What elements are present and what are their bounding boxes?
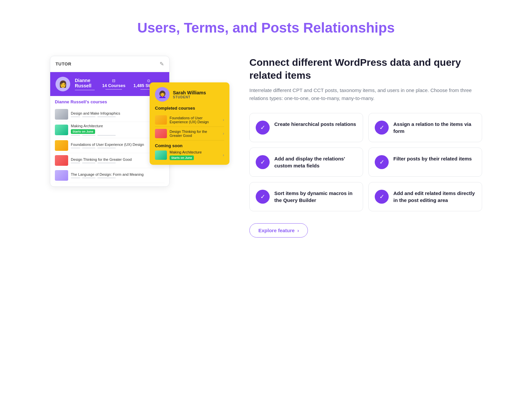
feature-check-icon: ✓: [375, 155, 389, 169]
feature-text: Assign a relation to the items via form: [393, 121, 476, 135]
explore-feature-button[interactable]: Explore feature ›: [249, 223, 308, 238]
meta-bar: [97, 116, 116, 117]
coming-soon-title: Coming soon: [155, 143, 224, 148]
meta-bar: [97, 135, 116, 136]
tutor-user-underline: [75, 90, 95, 90]
course-info: The Language of Design: Form and Meaning: [71, 172, 165, 178]
feature-text: Create hierarchical posts relations: [274, 121, 356, 128]
feature-check-icon: ✓: [256, 155, 270, 169]
completed-list: Foundations of User Experience (UX) Desi…: [155, 113, 224, 141]
student-card-header: 👩‍🦱 Sarah Williams STUDENT: [155, 87, 224, 102]
page-title: Users, Terms, and Posts Relationships: [137, 20, 395, 36]
course-name: The Language of Design: Form and Meaning: [71, 172, 165, 176]
courses-list: Design and Make InfographicsMaking Archi…: [55, 107, 165, 183]
tutor-user-info: Dianne Russell: [75, 78, 97, 90]
feature-text: Sort items by dynamic macros in the Quer…: [274, 190, 357, 204]
chevron-icon: ›: [223, 118, 224, 122]
features-panel: Connect different WordPress data and que…: [249, 56, 482, 238]
course-item: Foundations of User Experience (UX) Desi…: [55, 138, 165, 153]
meta-bar: [97, 162, 116, 163]
coming-chevron-icon: ›: [223, 153, 224, 157]
completed-thumb: [155, 115, 167, 125]
feature-text: Add and display the relations' custom me…: [274, 155, 357, 169]
course-thumb: [55, 170, 68, 181]
meta-bar: [82, 162, 95, 163]
tutor-header: TUTOR ✎: [50, 56, 169, 72]
main-content: TUTOR ✎ 👩 Dianne Russell ⊟ 14 Courses ⊙: [50, 56, 482, 238]
course-item: Design and Make Infographics: [55, 107, 165, 122]
course-item: Design Thinking for the Greater Good: [55, 153, 165, 168]
feature-card: ✓ Add and display the relations' custom …: [249, 148, 363, 177]
meta-bar: [82, 116, 95, 117]
feature-check-icon: ✓: [375, 121, 389, 135]
coming-badge: Starts on June: [170, 155, 194, 160]
meta-bar: [97, 148, 116, 149]
feature-card: ✓ Assign a relation to the items via for…: [368, 113, 482, 142]
tutor-avatar: 👩: [56, 77, 70, 91]
meta-bar: [82, 135, 95, 136]
course-item: Making ArchitectureStarts on June: [55, 122, 165, 138]
meta-bar: [71, 135, 80, 136]
courses-title: Dianne Russell's courses: [55, 99, 165, 104]
tutor-label: TUTOR: [56, 61, 71, 66]
courses-val: 14 Courses: [102, 83, 125, 88]
meta-bar: [71, 116, 80, 117]
chevron-icon: ›: [223, 131, 224, 136]
explore-btn-label: Explore feature: [258, 228, 295, 233]
coming-item: Making Architecture Starts on June ›: [155, 150, 224, 160]
meta-bar: [82, 177, 95, 178]
edit-icon: ✎: [160, 61, 164, 67]
tutor-user-name: Dianne Russell: [75, 78, 97, 88]
feature-check-icon: ✓: [256, 121, 270, 135]
feature-card: ✓ Add and edit related items directly in…: [368, 182, 482, 211]
completed-title: Completed courses: [155, 106, 224, 111]
meta-bar: [71, 148, 80, 149]
completed-course-name: Design Thinking for the Greater Good: [170, 130, 220, 138]
coming-info: Making Architecture Starts on June: [170, 150, 220, 160]
meta-bar: [71, 162, 80, 163]
features-description: Interrelate different CPT and CCT posts,…: [249, 86, 482, 102]
courses-icon: ⊟: [112, 78, 115, 83]
starts-badge: Starts on June: [71, 129, 95, 134]
explore-btn-icon: ›: [297, 228, 299, 233]
ui-mockup: TUTOR ✎ 👩 Dianne Russell ⊟ 14 Courses ⊙: [50, 56, 229, 187]
courses-bar: [105, 89, 122, 90]
tutor-stat-courses: ⊟ 14 Courses: [102, 78, 125, 90]
title-highlight: Relationships: [303, 20, 395, 36]
features-grid: ✓ Create hierarchical posts relations ✓ …: [249, 113, 482, 211]
title-plain: Users, Terms, and Posts: [137, 20, 303, 36]
student-role: STUDENT: [173, 95, 206, 99]
meta-bar: [97, 177, 116, 178]
course-thumb: [55, 155, 68, 166]
coming-name: Making Architecture: [170, 150, 220, 154]
feature-card: ✓ Filter posts by their related items: [368, 148, 482, 177]
student-card: 👩‍🦱 Sarah Williams STUDENT Completed cou…: [150, 82, 229, 165]
feature-text: Add and edit related items directly in t…: [393, 190, 476, 204]
course-thumb: [55, 125, 68, 135]
feature-check-icon: ✓: [375, 190, 389, 204]
students-icon: ⊙: [147, 78, 150, 83]
completed-item: Design Thinking for the Greater Good ›: [155, 127, 224, 141]
course-meta-bars: [71, 177, 165, 178]
completed-item: Foundations of User Experience (UX) Desi…: [155, 113, 224, 127]
meta-bar: [71, 177, 80, 178]
features-heading: Connect different WordPress data and que…: [249, 56, 482, 82]
feature-card: ✓ Create hierarchical posts relations: [249, 113, 363, 142]
completed-course-name: Foundations of User Experience (UX) Desi…: [170, 116, 220, 124]
student-name: Sarah Williams: [173, 90, 206, 95]
student-avatar: 👩‍🦱: [155, 87, 170, 102]
completed-thumb: [155, 129, 167, 138]
meta-bar: [82, 148, 95, 149]
course-item: The Language of Design: Form and Meaning: [55, 168, 165, 183]
coming-thumb: [155, 150, 167, 160]
course-thumb: [55, 140, 68, 151]
feature-card: ✓ Sort items by dynamic macros in the Qu…: [249, 182, 363, 211]
feature-check-icon: ✓: [256, 190, 270, 204]
coming-list: Making Architecture Starts on June ›: [155, 150, 224, 160]
feature-text: Filter posts by their related items: [393, 155, 472, 162]
course-thumb: [55, 109, 68, 120]
student-info: Sarah Williams STUDENT: [173, 90, 206, 99]
